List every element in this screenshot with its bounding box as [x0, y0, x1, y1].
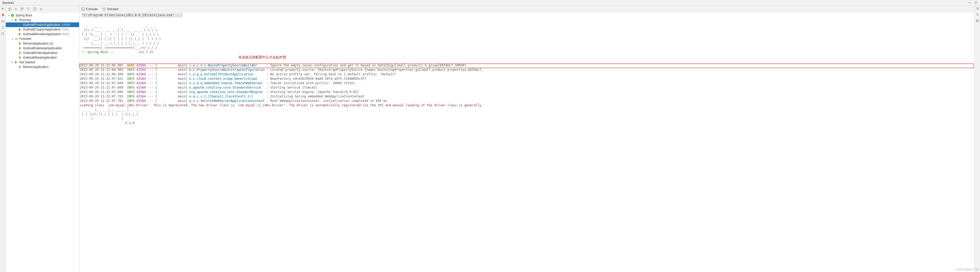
panel-title: Services	[2, 1, 14, 5]
log-line: 2023-09-20 21:21:06.999 INFO 42584 --- […	[80, 72, 974, 77]
tree-row[interactable]: ▾Finished	[6, 36, 79, 41]
driver-warning-line: Loading class `com.mysql.jdbc.Driver'. T…	[80, 103, 974, 108]
watermark: CSDN @做不了酒	[955, 267, 978, 272]
tree-node-icon	[18, 51, 22, 55]
tree-label: GulimallCouponApplication	[23, 28, 60, 31]
svg-rect-0	[968, 2, 971, 3]
collapse-all-icon[interactable]	[13, 6, 19, 12]
svg-rect-10	[21, 8, 22, 9]
tree-label: Running	[19, 18, 31, 22]
tree-port: :8000/	[62, 33, 70, 36]
tree-row[interactable]: GulimallWareApplication	[6, 55, 79, 60]
tree-node-icon	[18, 41, 22, 46]
print-icon[interactable]	[975, 19, 979, 23]
tab-actuator-label: Actuator	[107, 7, 119, 11]
camera-icon[interactable]	[1, 19, 5, 23]
log-line: 2023-09-20 21:21:07.421 INFO 42584 --- […	[80, 77, 974, 81]
svg-point-6	[2, 26, 4, 28]
ascii-art: . ____ _ __ _ _ /\\ / ___'_ __ _ _(_)_ _…	[80, 19, 974, 54]
tree-node-icon	[10, 13, 14, 17]
filter-icon[interactable]	[25, 6, 31, 12]
panel-title-bar: Services	[0, 0, 980, 6]
log-line: 2023-09-20 21:21:06.987 WARN 42584 --- […	[80, 63, 974, 68]
tree-label: GulimallGatewayApplication	[23, 46, 62, 50]
tab-actuator[interactable]: Actuator	[102, 6, 119, 12]
expand-all-icon[interactable]	[7, 6, 13, 12]
svg-point-2	[975, 2, 976, 3]
tree-row[interactable]: GulimallProductApplication:10000/	[6, 22, 79, 27]
svg-rect-20	[976, 21, 978, 22]
command-line: "C:\Program Files\Java\jdk1.8.0_191\bin\…	[81, 13, 183, 17]
tree-node-icon	[18, 32, 22, 36]
tree-node-icon	[18, 46, 22, 50]
tree-label: RenrenApplication	[23, 65, 49, 69]
log-line: 2023-09-20 21:21:07.609 INFO 42584 --- […	[80, 85, 974, 90]
debug-icon[interactable]	[1, 25, 5, 29]
log-line: 2023-09-20 21:21:07.702 INFO 42584 --- […	[80, 99, 974, 103]
tree-label: Spring Boot	[16, 14, 32, 17]
tree-node-icon	[18, 23, 22, 27]
tree-label: GulimallMemberApplication	[23, 32, 61, 36]
tree-row[interactable]: GulimallGatewayApplication	[6, 46, 79, 51]
tree-arrow-icon[interactable]: ▾	[10, 19, 14, 22]
svg-point-17	[16, 39, 17, 40]
log-line: 2023-09-20 21:21:07.604 INFO 42584 --- […	[80, 81, 974, 85]
group-icon[interactable]	[19, 6, 25, 12]
svg-rect-12	[21, 9, 22, 10]
log-line: 2023-09-20 21:21:07.701 INFO 42584 --- […	[80, 94, 974, 99]
tree-arrow-icon[interactable]: ▾	[10, 61, 14, 64]
rerun-icon[interactable]	[1, 7, 5, 10]
console-output[interactable]: "C:\Program Files\Java\jdk1.8.0_191\bin\…	[79, 13, 974, 272]
tree-node-icon	[18, 55, 22, 60]
services-tree[interactable]: ▾Spring Boot▾RunningGulimallProductAppli…	[6, 13, 79, 272]
tree-toolbar	[6, 6, 79, 13]
svg-point-5	[2, 21, 3, 22]
tree-label: GulimallWareApplication	[23, 56, 57, 59]
tree-row[interactable]: GulimallCouponApplication:7000/	[6, 27, 79, 32]
console-tabs: Console Actuator	[79, 6, 974, 13]
log-line: 2023-09-20 21:21:06.995 INFO 42584 --- […	[80, 68, 974, 72]
exit-icon[interactable]	[1, 32, 5, 35]
tree-node-icon	[18, 27, 22, 32]
tree-label: RenrenApplication (1)	[23, 42, 53, 45]
tree-row[interactable]: GulimallOrderApplication	[6, 51, 79, 55]
scroll-end-icon[interactable]	[975, 13, 979, 17]
tree-row[interactable]: RenrenApplication	[6, 65, 79, 69]
svg-rect-11	[22, 8, 24, 9]
services-tree-panel: ▾Spring Boot▾RunningGulimallProductAppli…	[6, 6, 79, 272]
tree-label: Not Started	[19, 60, 35, 64]
tab-console[interactable]: Console	[81, 6, 98, 12]
tree-row[interactable]: ▾Spring Boot	[6, 13, 79, 18]
tree-row[interactable]: ▾Not Started	[6, 60, 79, 65]
tab-console-label: Console	[86, 7, 98, 11]
left-gutter	[0, 6, 6, 272]
annotation-text: 有这条记录配置中心才会起作用	[239, 55, 286, 59]
svg-rect-3	[2, 14, 4, 16]
tree-label: Finished	[19, 37, 31, 41]
collapse-icon[interactable]	[968, 1, 972, 5]
layout-icon[interactable]	[32, 6, 38, 12]
tree-label: GulimallProductApplication	[23, 23, 60, 27]
tree-arrow-icon[interactable]: ▾	[10, 38, 14, 40]
tree-row[interactable]: RenrenApplication (1)	[6, 41, 79, 46]
tree-label: GulimallOrderApplication	[23, 51, 58, 55]
tree-node-icon	[14, 37, 18, 41]
tree-node-icon	[18, 65, 22, 69]
actuator-icon	[102, 7, 106, 11]
tree-port: :10000/	[61, 23, 70, 26]
soft-wrap-icon[interactable]	[975, 7, 979, 10]
stop-icon[interactable]	[1, 13, 5, 17]
svg-point-15	[11, 14, 14, 17]
add-icon[interactable]	[38, 6, 44, 12]
tree-port: :7000/	[61, 28, 69, 31]
log-line: 2023-09-20 21:21:07.609 INFO 42584 --- […	[80, 90, 974, 94]
tree-node-icon	[14, 60, 18, 64]
console-panel: Console Actuator "C:\Program Files\Java\…	[79, 6, 974, 272]
tree-row[interactable]: GulimallMemberApplication:8000/	[6, 32, 79, 36]
gear-icon[interactable]	[974, 1, 978, 5]
terminal-icon	[81, 7, 85, 11]
tree-arrow-icon[interactable]: ▾	[7, 14, 10, 17]
tree-node-icon	[14, 18, 18, 22]
tree-row[interactable]: ▾Running	[6, 18, 79, 22]
right-gutter	[974, 6, 980, 272]
